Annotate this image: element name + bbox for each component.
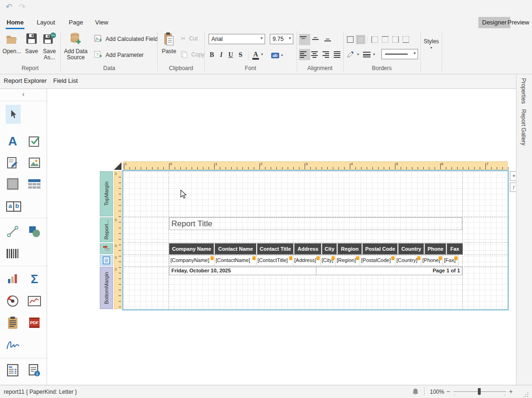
styles-button[interactable]: Styles ▾	[422, 39, 441, 51]
tool-barcode[interactable]	[6, 247, 20, 261]
tool-pdf-content[interactable]: PDF	[27, 316, 41, 330]
border-left-button[interactable]	[370, 35, 379, 44]
table-header-cell[interactable]: City	[322, 243, 338, 255]
tool-panel[interactable]	[6, 177, 20, 191]
border-right-button[interactable]	[391, 35, 400, 44]
border-weight-button[interactable]: ▾	[363, 50, 375, 58]
tool-shape[interactable]	[27, 224, 41, 239]
align-top-button[interactable]	[299, 34, 310, 45]
table-detail-cell[interactable]: [Address]	[293, 255, 321, 266]
undo-icon[interactable]: ↶	[4, 2, 14, 12]
tool-table-of-contents[interactable]	[6, 363, 20, 377]
border-box-button[interactable]	[346, 35, 355, 44]
tool-picture-box[interactable]	[27, 156, 41, 170]
tab-field-list[interactable]: Field List	[53, 77, 78, 84]
strikethrough-button[interactable]: S	[236, 50, 245, 61]
tool-pivot-grid[interactable]: Σ	[27, 272, 41, 286]
redo-icon[interactable]: ↷	[17, 2, 27, 12]
band-tab-report-header[interactable]: Report...	[100, 217, 113, 242]
table-header-cell[interactable]: Contact Title	[257, 243, 294, 255]
band-tab-page-header[interactable]	[100, 243, 113, 254]
font-size-select[interactable]: 9.75 ▾	[270, 34, 293, 44]
tool-table[interactable]	[27, 177, 41, 191]
underline-button[interactable]: U	[226, 50, 235, 61]
tool-character-comb[interactable]: a b	[6, 199, 22, 214]
tool-chart[interactable]	[6, 272, 20, 286]
table-header-cell[interactable]: Company Name	[169, 243, 215, 255]
save-button[interactable]: Save	[24, 32, 40, 55]
design-surface[interactable]: 101234567 TopMargin Report... BottomMarg…	[47, 89, 516, 385]
border-top-button[interactable]	[380, 35, 390, 44]
paste-button[interactable]: Paste	[160, 32, 178, 55]
line-style-select[interactable]: ▾	[381, 49, 418, 59]
notifications-bell-icon[interactable]	[412, 388, 419, 396]
tool-sparkline[interactable]	[27, 294, 41, 308]
table-header-cell[interactable]: Contact Name	[215, 243, 257, 255]
tool-signature[interactable]	[6, 338, 20, 352]
tool-rich-text[interactable]	[6, 156, 20, 170]
page-adorner-edit-button[interactable]: ƒ	[510, 183, 516, 192]
date-control[interactable]: Friday, October 10, 2025	[169, 267, 316, 275]
table-detail-cell[interactable]: [Fax]	[443, 255, 459, 266]
band-tab-detail[interactable]	[100, 255, 113, 266]
font-family-select[interactable]: Arial ▾	[209, 34, 265, 44]
highlight-color-button[interactable]: ab ▾	[271, 51, 283, 59]
add-calculated-field-button[interactable]: fx Add Calculated Field	[94, 35, 158, 45]
table-header-cell[interactable]: Address	[294, 243, 322, 255]
add-parameter-button[interactable]: ? Add Parameter	[94, 51, 144, 61]
page-info-control[interactable]: Page 1 of 1	[316, 267, 462, 275]
table-detail-cell[interactable]: [ContactName]	[214, 255, 257, 266]
tab-view[interactable]: View	[93, 16, 110, 29]
align-center-button[interactable]	[310, 49, 322, 60]
table-header-cell[interactable]: Region	[338, 243, 363, 255]
zoom-out-button[interactable]: −	[446, 388, 450, 395]
align-middle-button[interactable]	[311, 34, 322, 45]
tool-label[interactable]: A	[6, 134, 20, 148]
save-as-button[interactable]: Save As...	[40, 32, 58, 61]
tab-home[interactable]: Home	[5, 16, 25, 29]
font-color-button[interactable]: A ▾	[252, 50, 263, 58]
band-tab-bottom-margin[interactable]: BottomMargin	[100, 267, 113, 309]
align-right-button[interactable]	[322, 49, 333, 60]
tool-line[interactable]	[6, 224, 20, 239]
table-detail-cell[interactable]: [PostalCode]	[360, 255, 395, 266]
cut-button[interactable]: ✂ Cut	[181, 35, 198, 45]
tool-page-info[interactable]: i	[27, 363, 41, 377]
resize-grip-icon[interactable]	[524, 392, 529, 397]
table-detail-cell[interactable]: [Region]	[335, 255, 360, 266]
italic-button[interactable]: I	[218, 50, 225, 61]
page-adorner-scripts-button[interactable]: ✳	[510, 171, 516, 181]
border-color-button[interactable]: ▾	[347, 50, 359, 58]
tab-report-gallery[interactable]: Report Gallery	[520, 109, 527, 145]
bold-button[interactable]: B	[207, 50, 217, 61]
tab-report-explorer[interactable]: Report Explorer	[4, 77, 47, 84]
tab-page[interactable]: Page	[67, 16, 85, 29]
table-header-cell[interactable]: Postal Code	[363, 243, 398, 255]
border-none-button[interactable]	[356, 35, 365, 44]
preview-view-button[interactable]: Preview	[504, 17, 532, 28]
zoom-slider-handle[interactable]	[478, 388, 481, 395]
border-bottom-button[interactable]	[401, 35, 411, 44]
toolbox-collapse-button[interactable]: ‹	[0, 89, 47, 101]
align-bottom-button[interactable]	[323, 34, 335, 45]
tool-page-break[interactable]	[6, 316, 20, 330]
table-detail-cell[interactable]: [Country]	[395, 255, 421, 266]
report-title-control[interactable]: Report Title	[169, 217, 462, 230]
tab-layout[interactable]: Layout	[35, 16, 57, 29]
table-header-cell[interactable]: Phone	[425, 243, 447, 255]
table-header-cell[interactable]: Country	[398, 243, 425, 255]
align-left-button[interactable]	[299, 49, 310, 60]
add-data-source-button[interactable]: Add Data Source	[63, 32, 89, 61]
table-detail-cell[interactable]: [City]	[320, 255, 336, 266]
band-tab-top-margin[interactable]: TopMargin	[100, 171, 113, 216]
tool-checkbox[interactable]	[27, 134, 41, 148]
table-header-cell[interactable]: Fax	[447, 243, 463, 255]
tool-pointer[interactable]	[6, 105, 21, 124]
open-button[interactable]: Open...	[2, 32, 22, 55]
table-detail-cell[interactable]: [ContactTitle]	[256, 255, 293, 266]
align-justify-button[interactable]	[333, 49, 344, 60]
tab-properties[interactable]: Properties	[520, 78, 527, 104]
tool-gauge[interactable]	[6, 294, 20, 308]
table-detail-cell[interactable]: [CompanyName]	[169, 255, 215, 266]
table-detail-cell[interactable]: [Phone]	[421, 255, 443, 266]
